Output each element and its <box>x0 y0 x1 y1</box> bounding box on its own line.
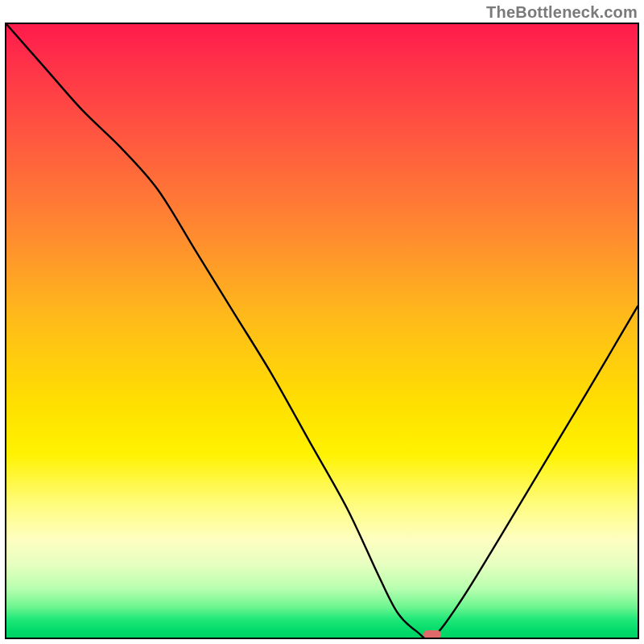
optimal-marker <box>423 630 441 638</box>
bottleneck-curve-path <box>6 24 638 638</box>
curve-layer <box>6 24 638 638</box>
bottleneck-chart: TheBottleneck.com <box>0 0 644 644</box>
plot-area <box>5 23 639 639</box>
attribution-label: TheBottleneck.com <box>486 3 638 22</box>
